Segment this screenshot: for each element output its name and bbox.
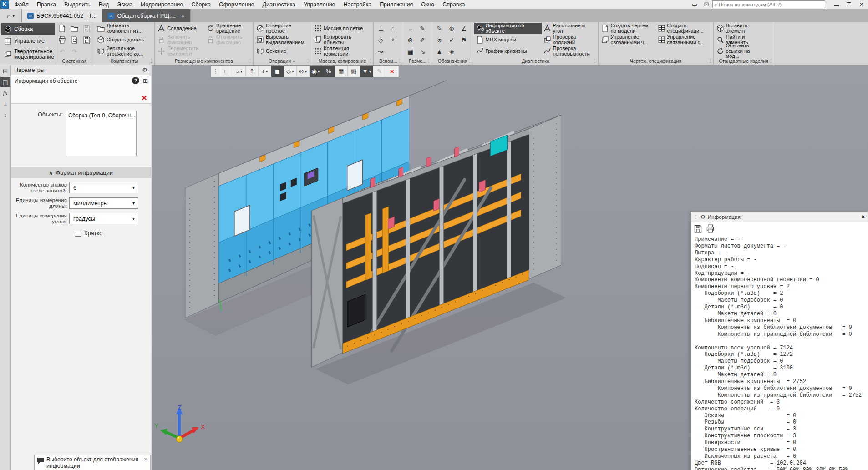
tree-icon[interactable]: ⊞	[143, 77, 148, 84]
mode-assembly[interactable]: Сборка	[1, 23, 55, 35]
section-display-button[interactable]: %	[322, 66, 335, 77]
toolbar-drag-handle[interactable]: ⋮	[211, 66, 220, 77]
menu-diagnostics[interactable]: Диагностика	[259, 0, 299, 9]
dim-sketch-button[interactable]: ✎	[416, 23, 429, 34]
perspective-display-button[interactable]: ▨	[348, 66, 360, 77]
geometry-collection-button[interactable]: Коллекция геометрии	[312, 45, 372, 57]
ribbon-section-dimensions[interactable]: Разме...⋮	[404, 58, 431, 65]
mode-solid-modeling[interactable]: Твердотельное моделирование	[1, 47, 55, 61]
enable-fixation-button[interactable]: Включить фиксацию	[156, 34, 205, 45]
coordinate-system-button[interactable]: ∟	[220, 66, 233, 77]
close-icon[interactable]: ×	[861, 213, 865, 220]
close-button[interactable]: ×	[855, 0, 868, 9]
note-diameter-button[interactable]: ⌀	[433, 34, 446, 45]
section-button[interactable]: Сечение	[254, 45, 310, 57]
cut-extrude-button[interactable]: Вырезать выдавливанием	[254, 34, 310, 45]
aux-plane-button[interactable]: ◇	[375, 34, 387, 45]
texture-display-button[interactable]: ▦	[335, 66, 348, 77]
rotation-rotation-button[interactable]: Вращение-вращение	[205, 23, 252, 34]
mirror-component-button[interactable]: Зеркальное отражение ко...	[95, 45, 153, 57]
redo-button[interactable]: ↷	[68, 45, 81, 57]
manage-linked-drawings-button[interactable]: Управление связанными ч...	[599, 34, 656, 45]
objects-list[interactable]: Сборка (Тел-0, Сборочн...	[66, 111, 137, 156]
move-component-button[interactable]: Переместить компонент	[156, 45, 205, 57]
dim-linear-button[interactable]: ↔	[404, 23, 416, 34]
menu-settings[interactable]: Настройка	[340, 0, 376, 9]
window-layout-icon[interactable]: ▭	[689, 1, 700, 8]
create-spec-button[interactable]: Создать спецификаци...	[656, 23, 712, 34]
note-angle-button[interactable]: ∠	[458, 23, 470, 34]
update-links-button[interactable]: Обновить ссылки на мод...	[715, 45, 766, 57]
menu-window[interactable]: Окно	[417, 0, 438, 9]
filter-button[interactable]: ▼▾	[360, 66, 373, 77]
objects-list-item[interactable]: Сборка (Тел-0, Сборочн...	[68, 112, 135, 119]
aux-local-cs-button[interactable]: ⌖	[387, 34, 399, 45]
aux-point-button[interactable]: ∴	[387, 23, 399, 34]
menu-edit[interactable]: Правка	[33, 0, 60, 9]
dim-diametral-button[interactable]: ⊗	[404, 34, 416, 45]
clipping-button[interactable]: ◉▾	[310, 66, 322, 77]
message-close-icon[interactable]: ×	[144, 456, 147, 468]
menu-view[interactable]: Вид	[95, 0, 113, 9]
parameters-panel-icon[interactable]: ▤	[0, 77, 10, 87]
preview-button[interactable]	[68, 34, 81, 45]
hidden-lines-button[interactable]: ⊘▾	[297, 66, 310, 77]
menu-select[interactable]: Выделить	[60, 0, 95, 9]
ribbon-section-standard-parts[interactable]: Стандартные изделия⋮	[715, 58, 773, 65]
curvature-graph-button[interactable]: График кривизны	[474, 45, 542, 57]
object-info-button[interactable]: Информация об объекте	[474, 23, 542, 34]
ribbon-section-components[interactable]: Компоненты⋮	[95, 58, 153, 65]
undo-button[interactable]: ↶	[56, 45, 68, 57]
restore-button[interactable]	[843, 0, 855, 9]
print-button[interactable]	[56, 34, 68, 45]
length-units-select[interactable]: миллиметры ▾	[69, 197, 138, 209]
information-window-titlebar[interactable]: ⋮ ⚙ Информация ×	[691, 212, 868, 222]
menu-file[interactable]: Файл	[10, 0, 33, 9]
distance-angle-button[interactable]: Расстояние и угол	[542, 23, 597, 34]
menu-assembly[interactable]: Сборка	[187, 0, 215, 9]
menu-applications[interactable]: Приложения	[376, 0, 417, 9]
ribbon-section-placement[interactable]: Размещение компонентов⋮	[156, 58, 252, 65]
dim-leader-button[interactable]: ↘	[416, 45, 429, 57]
aux-axis-button[interactable]: ⊥	[375, 23, 387, 34]
open-document-button[interactable]	[68, 23, 81, 34]
list-panel-icon[interactable]: ≡	[0, 99, 10, 109]
tab-document-1[interactable]: а БЭСК.656441.052 _ Г...	[22, 9, 102, 22]
decimals-select[interactable]: 6 ▾	[69, 182, 138, 193]
add-component-button[interactable]: Добавить компонент из...	[95, 23, 153, 34]
change-order-panel-icon[interactable]: ↕	[0, 110, 10, 120]
cancel-command-icon[interactable]: ×	[142, 93, 147, 102]
tree-panel-icon[interactable]: ⊞	[0, 66, 10, 76]
move-view-button[interactable]: +▾	[259, 66, 271, 77]
format-section-header[interactable]: ∧ Формат информации	[11, 167, 151, 178]
copy-objects-button[interactable]: Копировать объекты	[312, 34, 372, 45]
aux-spiral-button[interactable]: ↝	[375, 45, 387, 57]
tab-close-icon[interactable]: ×	[181, 12, 185, 19]
note-mark-button[interactable]: ◈	[446, 45, 458, 57]
insert-element-button[interactable]: Вставить элемент	[715, 23, 766, 34]
help-icon[interactable]: ?	[132, 77, 139, 84]
save-as-button[interactable]	[81, 34, 93, 45]
ribbon-section-auxiliary[interactable]: Вспом...⋮	[375, 58, 402, 65]
tab-document-2-active[interactable]: а Общая сборка ГРЩ.... ×	[102, 9, 190, 22]
dim-grid-button[interactable]: ▦	[404, 45, 416, 57]
ribbon-section-operations[interactable]: Операции ▼⋮	[254, 58, 310, 65]
note-triangle-button[interactable]: ▲	[433, 45, 446, 57]
note-datum-button[interactable]: ⊕	[446, 23, 458, 34]
gear-icon[interactable]: ⚙	[142, 66, 147, 73]
minimize-button[interactable]	[830, 0, 843, 9]
save-button[interactable]	[81, 23, 93, 34]
menu-sketch[interactable]: Эскиз	[113, 0, 136, 9]
note-flag-button[interactable]: ⚑	[458, 34, 470, 45]
menu-layout[interactable]: Оформление	[215, 0, 259, 9]
simple-hole-button[interactable]: Отверстие простое	[254, 23, 310, 34]
note-sketch-button[interactable]: ✎	[433, 23, 446, 34]
continuity-check-button[interactable]: Проверка непрерывности	[542, 45, 597, 57]
print-report-button[interactable]	[706, 224, 715, 233]
grid-array-button[interactable]: Массив по сетке	[312, 23, 372, 34]
search-input[interactable]	[719, 2, 825, 7]
home-tab-button[interactable]: ⌂ ▾	[0, 9, 22, 22]
new-document-button[interactable]	[56, 23, 68, 34]
manage-linked-specs-button[interactable]: Управление связанными с...	[656, 34, 712, 45]
note-check-button[interactable]: ✓	[446, 34, 458, 45]
